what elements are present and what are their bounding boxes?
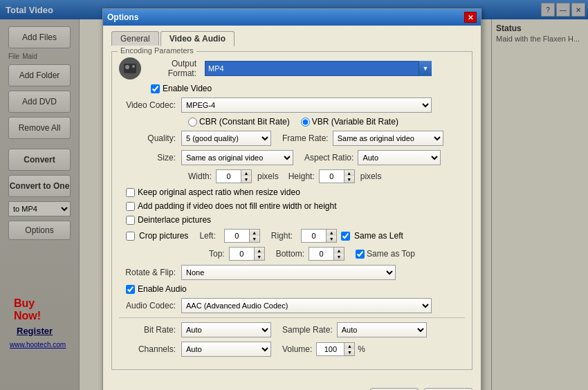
output-format-content: Output Format: MP4 ▼ <box>119 57 465 80</box>
output-format-row: Output Format: MP4 ▼ <box>119 57 465 80</box>
width-spin-buttons: ▲ ▼ <box>241 169 252 183</box>
left-spin-down[interactable]: ▼ <box>250 236 259 242</box>
channels-select[interactable]: Auto <box>181 342 271 357</box>
dialog-close-button[interactable]: ✕ <box>464 12 477 23</box>
volume-unit: % <box>358 344 369 354</box>
top-spinner: ▲ ▼ <box>229 247 265 261</box>
crop-row: Crop pictures Left: ▲ ▼ Right: ▲ <box>119 229 465 243</box>
bitrate-select[interactable]: Auto <box>181 322 271 337</box>
tab-general[interactable]: General <box>111 31 159 46</box>
top-input[interactable] <box>229 247 254 261</box>
samplerate-select[interactable]: Auto <box>337 322 427 337</box>
same-as-left-label: Same as Left <box>354 231 403 241</box>
height-label: Height: <box>288 171 319 181</box>
volume-spin-buttons: ▲ ▼ <box>344 342 355 356</box>
enable-video-row: Enable Video <box>119 84 465 93</box>
deinterlace-label: Deinterlace pictures <box>138 215 211 225</box>
volume-spin-up[interactable]: ▲ <box>344 343 354 349</box>
right-spin-up[interactable]: ▲ <box>327 230 336 236</box>
output-format-select-wrapper[interactable]: MP4 ▼ <box>205 61 432 76</box>
vbr-label: VBR (Variable Bit Rate) <box>312 117 398 127</box>
right-spin-down[interactable]: ▼ <box>327 236 336 242</box>
left-input[interactable] <box>224 229 249 243</box>
vbr-option: VBR (Variable Bit Rate) <box>301 117 398 127</box>
dialog-title: Options <box>107 12 138 22</box>
height-spin-buttons: ▲ ▼ <box>344 169 355 183</box>
output-format-selected[interactable]: MP4 <box>205 61 419 76</box>
channels-volume-row: Channels: Auto Volume: ▲ ▼ % <box>119 342 465 357</box>
bitrate-label: Bit Rate: <box>119 325 181 335</box>
framerate-select[interactable]: Same as original video <box>333 131 443 146</box>
size-aspect-row: Size: Same as original video Aspect Rati… <box>119 150 465 165</box>
height-spinner: ▲ ▼ <box>319 169 355 183</box>
video-codec-select[interactable]: MPEG-4 <box>181 98 432 113</box>
output-format-value: MP4 <box>208 64 224 73</box>
left-label: Left: <box>199 231 219 241</box>
left-spin-buttons: ▲ ▼ <box>249 229 260 243</box>
options-dialog: Options ✕ General Video & Audio Encoding… <box>102 8 481 390</box>
quality-framerate-row: Quality: 5 (good quality) Frame Rate: Sa… <box>119 131 465 146</box>
tab-video-audio[interactable]: Video & Audio <box>160 31 235 46</box>
volume-spin-down[interactable]: ▼ <box>344 349 354 355</box>
keep-ratio-row: Keep original aspect ratio when resize v… <box>119 187 465 197</box>
aspect-label: Aspect Ratio: <box>304 153 358 162</box>
film-icon <box>119 57 141 80</box>
right-spin-buttons: ▲ ▼ <box>326 229 337 243</box>
dialog-titlebar: Options ✕ <box>103 9 481 26</box>
dialog-footer: OK Cancel <box>103 382 481 390</box>
same-as-left-checkbox[interactable] <box>341 232 350 241</box>
cbr-radio[interactable] <box>188 118 197 127</box>
crop-label: Crop pictures <box>139 231 188 241</box>
top-spin-down[interactable]: ▼ <box>255 254 264 260</box>
size-select[interactable]: Same as original video <box>181 150 293 165</box>
width-spin-down[interactable]: ▼ <box>241 176 251 183</box>
volume-label: Volume: <box>282 344 316 354</box>
audio-codec-row: Audio Codec: AAC (Advanced Audio Codec) <box>119 298 465 313</box>
add-padding-checkbox[interactable] <box>126 202 135 211</box>
rotate-select[interactable]: None <box>181 265 396 280</box>
height-input[interactable] <box>319 169 344 183</box>
audio-codec-select[interactable]: AAC (Advanced Audio Codec) <box>181 298 432 313</box>
width-input[interactable] <box>216 169 241 183</box>
bottom-spinner: ▲ ▼ <box>309 247 344 261</box>
rotate-label: Rotate & Flip: <box>119 268 181 277</box>
pixels-label2: pixels <box>360 171 386 181</box>
aspect-select[interactable]: Auto <box>358 150 441 165</box>
height-spin-up[interactable]: ▲ <box>344 170 354 176</box>
encoding-section: Encoding Parameters Output Format: <box>111 51 472 370</box>
bottom-label: Bottom: <box>276 249 309 259</box>
quality-label: Quality: <box>119 133 181 143</box>
width-label: Width: <box>188 171 216 181</box>
crop-content: Crop pictures Left: ▲ ▼ Right: ▲ <box>119 229 403 243</box>
bottom-input[interactable] <box>309 247 333 261</box>
deinterlace-checkbox[interactable] <box>126 216 135 225</box>
left-spin-up[interactable]: ▲ <box>250 230 259 236</box>
vbr-radio[interactable] <box>301 118 310 127</box>
output-format-arrow[interactable]: ▼ <box>419 61 432 76</box>
top-bottom-row: Top: ▲ ▼ Bottom: ▲ ▼ Same <box>119 247 465 261</box>
keep-ratio-label: Keep original aspect ratio when resize v… <box>138 187 300 197</box>
width-spin-up[interactable]: ▲ <box>241 170 251 176</box>
quality-select[interactable]: 5 (good quality) <box>181 131 271 146</box>
left-spinner: ▲ ▼ <box>224 229 260 243</box>
volume-input[interactable] <box>316 342 344 356</box>
divider <box>119 317 465 318</box>
right-spinner: ▲ ▼ <box>301 229 337 243</box>
same-as-top-checkbox[interactable] <box>356 250 365 259</box>
add-padding-row: Add padding if video does not fill entir… <box>119 201 465 211</box>
right-input[interactable] <box>301 229 326 243</box>
deinterlace-row: Deinterlace pictures <box>119 215 465 225</box>
enable-audio-label: Enable Audio <box>138 284 187 294</box>
enable-video-checkbox[interactable] <box>151 84 160 93</box>
keep-ratio-checkbox[interactable] <box>126 188 135 197</box>
bitrate-samplerate-row: Bit Rate: Auto Sample Rate: Auto <box>119 322 465 337</box>
crop-checkbox[interactable] <box>126 232 135 241</box>
film-reel <box>124 64 136 73</box>
bottom-spin-up[interactable]: ▲ <box>334 248 344 254</box>
channels-label: Channels: <box>119 344 181 354</box>
bottom-spin-down[interactable]: ▼ <box>334 254 344 260</box>
enable-audio-checkbox[interactable] <box>126 285 135 294</box>
height-spin-down[interactable]: ▼ <box>344 176 354 183</box>
enable-audio-row: Enable Audio <box>119 284 465 294</box>
top-spin-up[interactable]: ▲ <box>255 248 264 254</box>
